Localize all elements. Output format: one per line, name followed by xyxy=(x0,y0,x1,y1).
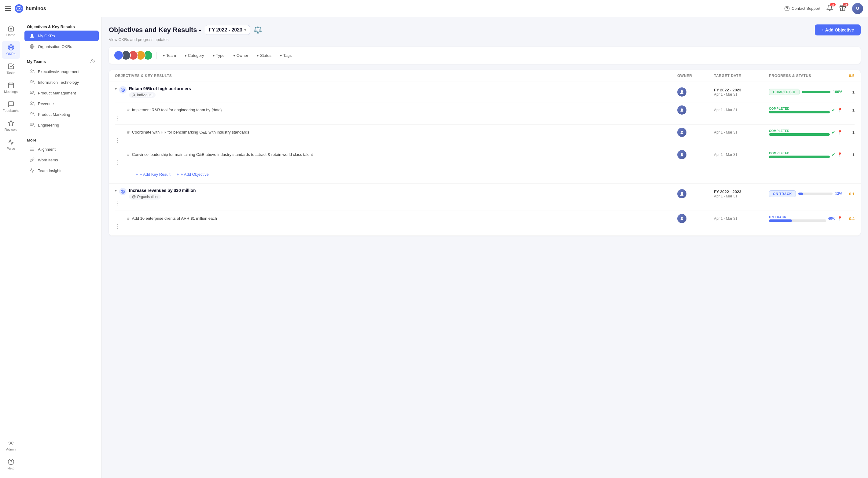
orgokrs-label: Organisation OKRs xyxy=(38,44,72,49)
support-button[interactable]: Contact Support xyxy=(784,6,820,11)
sidebar-item-myokrs[interactable]: My OKRs xyxy=(25,31,99,41)
obj1-chevron[interactable]: ▾ xyxy=(115,86,117,91)
obj2-more[interactable]: ⋮ xyxy=(115,199,677,206)
kr2-title[interactable]: Coordinate with HR for benchmarking C&B … xyxy=(132,130,249,135)
filter-sep-1 xyxy=(156,52,157,59)
fy-selector[interactable]: FY 2022 - 2023 ▾ xyxy=(205,25,250,35)
gift-count: 28 xyxy=(843,3,848,6)
kr2-status-label: COMPLETED xyxy=(769,129,830,133)
obj1-target-sub: Apr 1 - Mar 31 xyxy=(714,92,769,97)
nav-item-pulse[interactable]: Pulse xyxy=(2,136,20,153)
obj2-title[interactable]: Increase revenues by $30 million xyxy=(129,188,196,193)
okr-table-header: Objectives & Key Results Owner Target Da… xyxy=(109,70,861,82)
filter-category[interactable]: ▾ Category xyxy=(182,52,207,59)
col-progress-header: Progress & Status xyxy=(769,74,842,78)
topbar-right: Contact Support 13 28 U xyxy=(784,3,863,14)
kr4-title[interactable]: Add 10 enterprise clients of ARR $1 mill… xyxy=(132,216,217,221)
obj1-progress-fill xyxy=(802,91,831,93)
sidebar-section-header-teams: My Teams xyxy=(22,54,101,66)
kr2-score: 1 xyxy=(842,130,855,135)
filter-tags-label: Tags xyxy=(283,53,291,58)
page-title-prefix: Objectives and Key Results - xyxy=(109,26,201,34)
nav-item-reviews[interactable]: Reviews xyxy=(2,117,20,134)
sidebar-item-exec[interactable]: Executive/Management xyxy=(25,66,99,77)
add-kr-1-button[interactable]: + + Add Key Result xyxy=(136,172,170,177)
obj2-progress-fill xyxy=(798,193,803,195)
obj1-title[interactable]: Retain 95% of high performers xyxy=(129,86,191,91)
balance-scale-icon[interactable]: ⚖️ xyxy=(254,26,262,34)
add-team-button[interactable] xyxy=(90,58,96,65)
obj1-icon xyxy=(119,86,127,94)
sidebar-item-alignment[interactable]: Alignment xyxy=(25,144,99,154)
filter-owner[interactable]: ▾ Owner xyxy=(231,52,251,59)
filter-team-chevron: ▾ xyxy=(163,53,165,58)
svg-point-26 xyxy=(31,123,32,125)
objective-row-1: ▾ Retain 95% of high performers Individu… xyxy=(109,82,861,184)
kr2-more[interactable]: ⋮ xyxy=(115,137,677,144)
filter-tags[interactable]: ▾ Tags xyxy=(278,52,294,59)
kr2-check: ✔ xyxy=(832,130,835,135)
engineering-label: Engineering xyxy=(38,123,59,127)
sidebar-item-orgokrs[interactable]: Organisation OKRs xyxy=(25,41,99,52)
page-title-area: Objectives and Key Results - FY 2022 - 2… xyxy=(109,25,262,35)
user-avatar[interactable]: U xyxy=(852,3,863,14)
sidebar-item-pm[interactable]: Product Management xyxy=(25,88,99,98)
nav-item-okrs[interactable]: OKRs xyxy=(2,41,20,59)
nav-item-tasks[interactable]: Tasks xyxy=(2,60,20,77)
obj2-tag-label: Organisation xyxy=(137,195,158,199)
hamburger-menu[interactable] xyxy=(5,6,11,11)
kr1-progress: COMPLETED ✔ 📍 xyxy=(769,107,842,114)
nav-item-help[interactable]: Help xyxy=(2,455,20,473)
svg-point-5 xyxy=(9,46,12,49)
okr-table: Objectives & Key Results Owner Target Da… xyxy=(109,70,861,236)
kr1-check: ✔ xyxy=(832,107,835,113)
teams-list: Executive/Management Information Technol… xyxy=(22,66,101,130)
obj2-title-area: ▾ Increase revenues by $30 million Organ… xyxy=(115,188,677,199)
kr4-owner xyxy=(677,214,686,223)
kr2-hash-icon: # xyxy=(127,130,130,134)
sidebar-item-marketing[interactable]: Product Marketing xyxy=(25,109,99,120)
obj2-chevron[interactable]: ▾ xyxy=(115,188,117,193)
obj1-target-main: FY 2022 - 2023 xyxy=(714,88,769,92)
myokrs-label: My OKRs xyxy=(38,34,55,38)
obj2-target: FY 2022 - 2023 Apr 1 - Mar 31 xyxy=(714,190,769,198)
add-objective-button[interactable]: + Add Objective xyxy=(815,25,861,35)
kr4-score: 0.4 xyxy=(842,216,855,221)
filter-team[interactable]: ▾ Team xyxy=(160,52,179,59)
kr3-score: 1 xyxy=(842,153,855,157)
kr1-more[interactable]: ⋮ xyxy=(115,115,677,121)
svg-point-23 xyxy=(31,91,32,93)
obj2-tag: Organisation xyxy=(129,194,161,199)
kr4-target-sub: Apr 1 - Mar 31 xyxy=(714,216,769,221)
notification-bell[interactable]: 13 xyxy=(827,5,833,12)
sidebar-item-engineering[interactable]: Engineering xyxy=(25,120,99,130)
sidebar-item-insights[interactable]: Team Insights xyxy=(25,165,99,176)
nav-item-feedbacks[interactable]: Feedbacks xyxy=(2,98,20,116)
svg-rect-7 xyxy=(8,83,13,88)
sidebar-section-title-okr: Objectives & Key Results xyxy=(22,22,101,30)
kr1-target: Apr 1 - Mar 31 xyxy=(714,108,769,112)
filter-type[interactable]: ▾ Type xyxy=(210,52,227,59)
kr1-bar-bg xyxy=(769,111,830,114)
kr4-bar-fill xyxy=(769,219,792,222)
filter-status[interactable]: ▾ Status xyxy=(254,52,274,59)
kr3-more[interactable]: ⋮ xyxy=(115,159,677,166)
gift-icon[interactable]: 28 xyxy=(839,5,846,12)
kr1-title[interactable]: Implement R&R tool for engineering team … xyxy=(132,107,222,113)
obj1-text: Retain 95% of high performers Individual xyxy=(129,86,191,98)
svg-point-37 xyxy=(681,153,683,155)
kr3-bar-bg xyxy=(769,156,830,158)
kr3-target-sub: Apr 1 - Mar 31 xyxy=(714,153,769,157)
kr4-more[interactable]: ⋮ xyxy=(115,223,677,230)
kr4-pin: 📍 xyxy=(837,216,842,221)
nav-item-meetings[interactable]: Meetings xyxy=(2,79,20,97)
nav-item-admin[interactable]: Admin xyxy=(2,437,20,454)
add-obj-nested-1-button[interactable]: + + Add Objective xyxy=(177,172,209,177)
kr2-target-sub: Apr 1 - Mar 31 xyxy=(714,130,769,134)
kr3-title[interactable]: Convince leadership for maintaining C&B … xyxy=(132,152,313,157)
nav-item-home[interactable]: Home xyxy=(2,22,20,40)
sidebar-item-workitems[interactable]: Work Items xyxy=(25,155,99,165)
svg-point-25 xyxy=(31,113,32,114)
sidebar-item-revenue[interactable]: Revenue xyxy=(25,98,99,109)
sidebar-item-it[interactable]: Information Technology xyxy=(25,77,99,87)
